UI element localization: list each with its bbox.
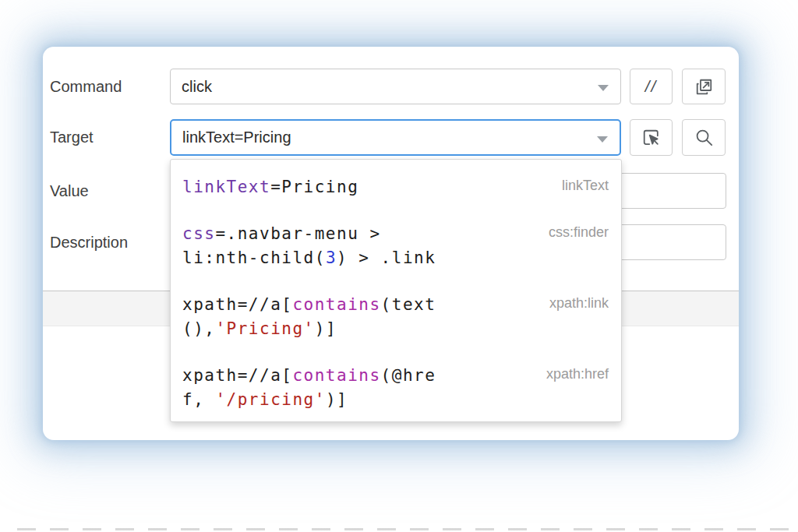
target-label: Target	[50, 119, 94, 155]
description-label: Description	[50, 224, 128, 260]
locator-strategy-label: xpath:href	[546, 364, 609, 382]
screenshot-stage: Command Target Value Description //	[0, 0, 798, 532]
locator-code: xpath=//a[contains(text(),'Pricing')]	[182, 293, 455, 341]
select-element-icon	[641, 127, 662, 148]
chevron-down-icon[interactable]	[597, 136, 608, 143]
locator-strategy-label: xpath:link	[549, 293, 609, 312]
target-locator-dropdown: linkText=PricinglinkTextcss=.navbar-menu…	[170, 159, 622, 422]
select-element-button[interactable]	[630, 119, 673, 156]
open-in-new-icon	[694, 76, 715, 97]
dropdown-option[interactable]: css=.navbar-menu >li:nth-child(3) > .lin…	[182, 222, 609, 270]
cropped-content-artifact	[17, 528, 792, 530]
locator-code: css=.navbar-menu >li:nth-child(3) > .lin…	[182, 222, 455, 270]
dropdown-option[interactable]: xpath=//a[contains(text(),'Pricing')]xpa…	[182, 293, 609, 341]
find-target-button[interactable]	[682, 119, 726, 156]
command-label: Command	[50, 69, 122, 104]
locator-strategy-label: linkText	[562, 175, 609, 194]
target-select	[170, 119, 621, 156]
value-label: Value	[50, 173, 89, 209]
search-icon	[694, 127, 715, 148]
open-in-new-window-button[interactable]	[682, 69, 726, 104]
dropdown-option[interactable]: xpath=//a[contains(@href, '/pricing')]xp…	[182, 364, 609, 412]
target-input[interactable]	[171, 121, 620, 154]
command-input[interactable]	[171, 69, 620, 104]
dropdown-option[interactable]: linkText=PricinglinkText	[182, 175, 609, 199]
toggle-comment-button[interactable]: //	[630, 69, 673, 104]
locator-code: xpath=//a[contains(@href, '/pricing')]	[182, 364, 455, 412]
comment-slashes-icon: //	[645, 77, 658, 96]
command-editor-panel: Command Target Value Description //	[43, 47, 739, 440]
locator-strategy-label: css:finder	[549, 222, 609, 241]
chevron-down-icon[interactable]	[598, 85, 609, 91]
locator-code: linkText=Pricing	[182, 175, 455, 199]
command-select	[170, 69, 621, 104]
